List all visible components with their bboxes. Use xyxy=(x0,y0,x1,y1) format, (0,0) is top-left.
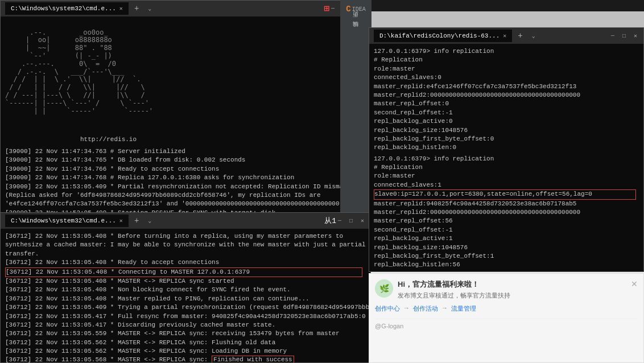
right-terminal: 127.0.0.1:6379> info replication # Repli… xyxy=(369,44,643,271)
r-line-10: repl_backlog_size:1048576 xyxy=(374,126,639,135)
r-line-6: master_replid2:0000000000000000000000000… xyxy=(374,91,639,100)
right-controls: ─ □ ✕ xyxy=(609,32,639,39)
topleft-titlebar: C:\Windows\system32\cmd.e... ✕ + ⌄ ⊞ ─ □… xyxy=(1,1,364,16)
redis-url-line: http://redis.io xyxy=(5,135,359,144)
r-line-17: slave0:ip=127.0.0.1,port=6380,state=onli… xyxy=(374,189,636,199)
r-line-21: second_repl_offset:-1 xyxy=(374,226,639,234)
tl-line-5: [39000] 22 Nov 11:53:05.409 * Partial re… xyxy=(5,183,359,209)
topleft-tab-active[interactable]: C:\Windows\system32\cmd.e... ✕ xyxy=(5,2,129,15)
redis-art-1: .--. _oo0oo_ | oo| o8888888o | ~~| 88" .… xyxy=(5,20,359,133)
r-line-20: master_repl_offset:56 xyxy=(374,217,639,225)
tl-line-3: [39000] 22 Nov 11:47:34.766 * Ready to a… xyxy=(5,165,359,174)
csdn-nav: 创作中心 → 创作活动 → 流量管理 xyxy=(375,304,638,313)
topleft-tab-nav[interactable]: ⌄ xyxy=(145,3,155,14)
bottomleft-tab-add[interactable]: + xyxy=(131,214,142,228)
bl-line-8: [36712] 22 Nov 11:53:05.417 * Full resyn… xyxy=(5,312,366,321)
bl-line-7: [36712] 22 Nov 11:53:05.409 * Trying a p… xyxy=(5,303,366,312)
topleft-tab-add[interactable]: + xyxy=(131,2,142,15)
r-line-12: repl_backlog_histlen:0 xyxy=(374,143,639,152)
topleft-tab-label: C:\Windows\system32\cmd.e... xyxy=(11,5,116,12)
right-tabs: D:\kaifa\redisColony\redis-63... ✕ + ⌄ xyxy=(374,29,609,43)
right-tab-close[interactable]: ✕ xyxy=(503,32,506,39)
idea-label: IDEA xyxy=(352,6,366,13)
right-minimize[interactable]: ─ xyxy=(609,32,616,39)
right-close[interactable]: ✕ xyxy=(632,32,639,39)
bottomleft-controls: ─ □ ✕ xyxy=(336,217,366,224)
right-titlebar: D:\kaifa\redisColony\redis-63... ✕ + ⌄ ─… xyxy=(369,28,643,44)
bottomleft-close[interactable]: ✕ xyxy=(359,217,366,224)
right-tab-label: D:\kaifa\redisColony\redis-63... xyxy=(379,32,499,39)
idea-tab-history[interactable]: 历史 xyxy=(350,17,362,26)
r-line-2: # Replication xyxy=(374,56,639,64)
bl-line-9: [36712] 22 Nov 11:53:05.417 * Discarding… xyxy=(5,321,366,329)
window-right: D:\kaifa\redisColony\redis-63... ✕ + ⌄ ─… xyxy=(369,27,644,272)
right-tab-nav[interactable]: ⌄ xyxy=(529,30,539,42)
r-line-15: role:master xyxy=(374,172,639,180)
csdn-close-button[interactable]: ✕ xyxy=(631,279,638,288)
bl-line-5: [36712] 22 Nov 11:53:05.408 * Non blocki… xyxy=(5,286,366,294)
r-line-9: repl_backlog_active:0 xyxy=(374,117,639,126)
r-line-7: master_repl_offset:0 xyxy=(374,100,639,108)
bl-line-12: [36712] 22 Nov 11:53:05.562 * MASTER <->… xyxy=(5,347,366,356)
bottomleft-tab-nav[interactable]: ⌄ xyxy=(145,215,155,226)
right-tab-add[interactable]: + xyxy=(514,29,526,43)
r-line-19: master_replid2:0000000000000000000000000… xyxy=(374,208,639,217)
r-line-11: repl_backlog_first_byte_offset:0 xyxy=(374,135,639,143)
bl-line-13: [36712] 22 Nov 11:53:05.568 * MASTER <->… xyxy=(5,356,366,362)
topleft-minimize[interactable]: ─ xyxy=(329,5,336,12)
topleft-tab-close[interactable]: ✕ xyxy=(119,5,123,12)
csdn-avatar: 🌿 xyxy=(375,279,393,298)
bl-line-3: [36712] 22 Nov 11:53:05.408 * Connecting… xyxy=(5,267,362,277)
csdn-nav-item-3[interactable]: 流量管理 xyxy=(451,304,476,313)
idea-logo-icon: C xyxy=(346,5,350,14)
topleft-center-icon: ⊞ xyxy=(324,3,329,14)
r-line-3: role:master xyxy=(374,65,639,73)
r-line-1: 127.0.0.1:6379> info replication xyxy=(374,47,639,56)
csdn-hi-title: Hi，官方流量福利来啦！ xyxy=(398,279,626,290)
csdn-footer: @G-logan xyxy=(375,323,403,329)
csdn-nav-item-1[interactable]: 创作中心 xyxy=(375,304,400,313)
r-line-5: master_replid:e4fce1246ff07ccfa7c3a7537f… xyxy=(374,82,639,91)
tl-line-4: [39000] 22 Nov 11:47:34.768 # Replica 12… xyxy=(5,174,359,182)
bottomleft-tabs: C:\Windows\system32\cmd.e... ✕ + ⌄ xyxy=(5,214,324,228)
topleft-terminal: .--. _oo0oo_ | oo| o8888888o | ~~| 88" .… xyxy=(1,16,364,213)
csdn-nav-item-2[interactable]: 创作活动 xyxy=(413,304,438,313)
r-line-25: repl_backlog_histlen:56 xyxy=(374,261,639,269)
r-line-8: second_repl_offset:-1 xyxy=(374,109,639,117)
bottomleft-center-label: 从1 xyxy=(324,216,336,226)
bl-line-1: [36712] 22 Nov 11:53:05.408 * Before tur… xyxy=(5,232,366,258)
tl-line-1: [39000] 22 Nov 11:47:34.763 # Server ini… xyxy=(5,147,359,156)
bottomleft-terminal: [36712] 22 Nov 11:53:05.408 * Before tur… xyxy=(1,229,370,362)
r-line-4: connected_slaves:0 xyxy=(374,73,639,82)
r-line-18: master_replid:940825f4c90a44258d7320523e… xyxy=(374,200,639,208)
bl-line-6: [36712] 22 Nov 11:53:05.408 * Master rep… xyxy=(5,295,366,303)
bottomleft-titlebar: C:\Windows\system32\cmd.e... ✕ + ⌄ 从1 ─ … xyxy=(1,213,370,229)
bl-line-10: [36712] 22 Nov 11:53:05.559 * MASTER <->… xyxy=(5,329,366,338)
finished-highlight: Finished with success xyxy=(212,356,294,362)
csdn-hi-sub: 发布博文且审核通过，畅享官方流量扶持 xyxy=(398,291,626,300)
bl-line-11: [36712] 22 Nov 11:53:05.562 * MASTER <->… xyxy=(5,339,366,347)
r-line-24: repl_backlog_first_byte_offset:1 xyxy=(374,252,639,261)
csdn-panel: 🌿 Hi，官方流量福利来啦！ 发布博文且审核通过，畅享官方流量扶持 ✕ 创作中心… xyxy=(369,273,644,363)
bottomleft-maximize[interactable]: □ xyxy=(348,217,354,224)
csdn-text: Hi，官方流量福利来啦！ 发布博文且审核通过，畅享官方流量扶持 xyxy=(398,279,626,300)
r-line-13: 127.0.0.1:6379> info replication xyxy=(374,155,639,163)
bl-line-2: [36712] 22 Nov 11:53:05.408 * Ready to a… xyxy=(5,258,366,267)
csdn-inner: 🌿 Hi，官方流量福利来啦！ 发布博文且审核通过，畅享官方流量扶持 ✕ 创作中心… xyxy=(369,274,643,335)
bottomleft-minimize[interactable]: ─ xyxy=(336,217,343,224)
r-line-16: connected_slaves:1 xyxy=(374,181,639,189)
right-tab-active[interactable]: D:\kaifa\redisColony\redis-63... ✕ xyxy=(374,30,512,42)
topleft-tabs: C:\Windows\system32\cmd.e... ✕ + ⌄ xyxy=(5,2,324,15)
bottomleft-tab-close[interactable]: ✕ xyxy=(119,217,123,224)
idea-sidebar: C IDEA 历史 编辑 xyxy=(340,0,371,213)
bottomleft-tab-label: C:\Windows\system32\cmd.e... xyxy=(11,217,116,224)
csdn-hi-section: 🌿 Hi，官方流量福利来啦！ 发布博文且审核通过，畅享官方流量扶持 ✕ xyxy=(375,279,638,300)
idea-tab-edit[interactable]: 编辑 xyxy=(350,27,362,36)
right-maximize[interactable]: □ xyxy=(621,32,628,39)
bl-line-4: [36712] 22 Nov 11:53:05.408 * MASTER <->… xyxy=(5,277,366,286)
bottomleft-tab-active[interactable]: C:\Windows\system32\cmd.e... ✕ xyxy=(5,214,129,227)
window-topleft: C:\Windows\system32\cmd.e... ✕ + ⌄ ⊞ ─ □… xyxy=(0,0,364,213)
window-bottomleft: C:\Windows\system32\cmd.e... ✕ + ⌄ 从1 ─ … xyxy=(0,212,371,363)
r-line-23: repl_backlog_size:1048576 xyxy=(374,244,639,252)
r-line-22: repl_backlog_active:1 xyxy=(374,234,639,243)
